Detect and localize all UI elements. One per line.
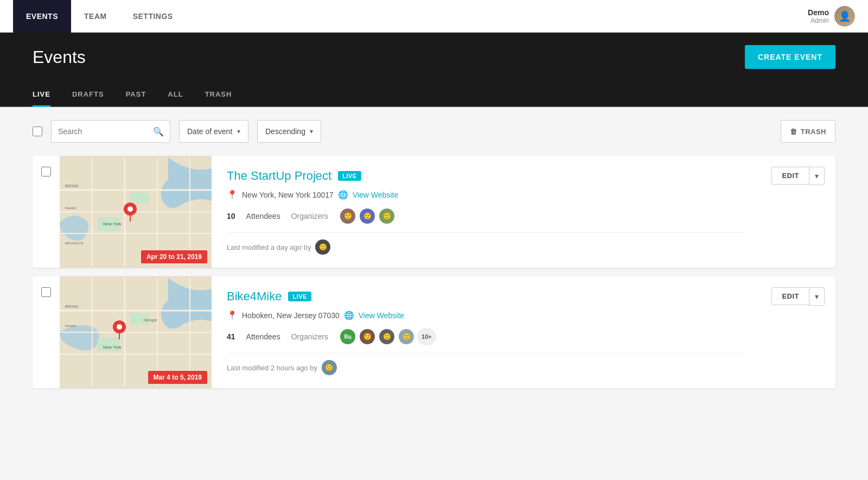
edit-button[interactable]: EDIT <box>771 287 809 305</box>
modified-text: Last modified a day ago by <box>227 243 311 251</box>
order-select[interactable]: DescendingAscending <box>265 127 305 136</box>
card-location: 📍 Hoboken, New Jersey 07030 🌐 View Websi… <box>227 310 745 320</box>
event-card: BRONX Newark New York BROOKLYN Apr 20 to… <box>33 156 835 268</box>
tab-past[interactable]: PAST <box>126 81 146 106</box>
svg-text:Newark: Newark <box>65 206 76 210</box>
tab-drafts[interactable]: DRAFTS <box>72 81 104 106</box>
event-date-badge: Mar 4 to 5, 2019 <box>148 371 207 384</box>
chevron-down-icon: ▾ <box>815 292 819 301</box>
event-map: BRONX Newark New York Hempst Mar 4 to 5,… <box>60 276 212 388</box>
card-modified: Last modified 2 hours ago by 🙂 <box>227 353 745 375</box>
hero-band: Events CREATE EVENT <box>0 33 868 81</box>
svg-text:New York: New York <box>103 345 122 350</box>
card-actions: EDIT ▾ <box>761 156 835 268</box>
user-profile: Demo Admin 👤 <box>808 6 855 27</box>
card-checkbox-wrapper <box>33 276 60 388</box>
edit-dropdown-button[interactable]: ▾ <box>809 167 825 185</box>
top-navigation: EVENTS TEAM SETTINGS Demo Admin 👤 <box>0 0 868 33</box>
svg-text:Hempst: Hempst <box>144 318 157 323</box>
nav-tab-settings[interactable]: SETTINGS <box>120 0 186 33</box>
organizer-avatars: Ru 🙂 🙂 🙂 10+ <box>339 328 436 345</box>
svg-rect-9 <box>130 193 149 204</box>
select-all-checkbox[interactable] <box>33 127 42 136</box>
view-website-link[interactable]: View Website <box>353 191 398 199</box>
svg-text:BRONX: BRONX <box>65 305 79 308</box>
modifier-avatar: 🙂 <box>322 360 337 375</box>
card-actions: EDIT ▾ <box>761 276 835 388</box>
event-date-badge: Apr 20 to 21, 2019 <box>141 250 207 263</box>
avatar[interactable]: 👤 <box>834 6 855 27</box>
card-title-row: Bike4Mike LIVE <box>227 289 745 304</box>
card-title-row: The StartUp Project LIVE <box>227 169 745 183</box>
organizer-avatar: 🙂 <box>378 207 395 225</box>
event-checkbox[interactable] <box>41 167 51 176</box>
more-organizers-badge: 10+ <box>417 328 436 345</box>
sort-select-box[interactable]: Date of eventTitleCreated date ▾ <box>179 120 248 143</box>
nav-tab-events[interactable]: EVENTS <box>13 0 71 33</box>
card-attendees: 41 Attendees Organizers Ru 🙂 🙂 🙂 10+ <box>227 328 745 345</box>
card-body: The StartUp Project LIVE 📍 New York, New… <box>212 156 761 268</box>
edit-button[interactable]: EDIT <box>771 167 809 185</box>
modified-text: Last modified 2 hours ago by <box>227 364 317 372</box>
event-list: BRONX Newark New York BROOKLYN Apr 20 to… <box>0 156 868 410</box>
event-checkbox[interactable] <box>41 287 51 297</box>
location-icon: 📍 <box>227 190 238 200</box>
create-event-button[interactable]: CREATE EVENT <box>745 45 835 69</box>
edit-dropdown-button[interactable]: ▾ <box>809 287 825 306</box>
view-website-link[interactable]: View Website <box>359 311 404 320</box>
page-title: Events <box>33 47 86 67</box>
sort-select[interactable]: Date of eventTitleCreated date <box>187 127 233 136</box>
event-tabs-bar: LIVE DRAFTS PAST ALL TRASH <box>0 81 868 107</box>
tab-all[interactable]: ALL <box>168 81 183 106</box>
tab-trash[interactable]: TRASH <box>205 81 232 106</box>
attendees-label: Attendees <box>246 212 280 220</box>
organizer-avatar: 🙂 <box>359 207 376 225</box>
card-body: Bike4Mike LIVE 📍 Hoboken, New Jersey 070… <box>212 276 761 388</box>
modifier-avatar: 🙂 <box>315 239 330 255</box>
event-title[interactable]: Bike4Mike <box>227 289 282 304</box>
toolbar: 🔍 Date of eventTitleCreated date ▾ Desce… <box>0 107 868 156</box>
organizer-avatar: 🙂 <box>339 207 356 225</box>
event-title[interactable]: The StartUp Project <box>227 169 331 183</box>
card-attendees: 10 Attendees Organizers 🙂 🙂 🙂 <box>227 207 745 225</box>
chevron-down-icon: ▾ <box>815 172 819 180</box>
order-chevron-icon: ▾ <box>310 128 313 135</box>
card-checkbox-wrapper <box>33 156 60 268</box>
live-status-badge: LIVE <box>288 292 311 301</box>
trash-label: TRASH <box>801 128 826 136</box>
attendees-label: Attendees <box>246 332 280 341</box>
svg-point-11 <box>127 206 133 212</box>
globe-icon: 🌐 <box>338 190 348 200</box>
sort-chevron-icon: ▾ <box>237 128 240 135</box>
svg-text:New York: New York <box>103 222 122 226</box>
organizer-avatar: 🙂 <box>398 328 415 345</box>
user-info: Demo Admin <box>808 8 829 24</box>
order-select-box[interactable]: DescendingAscending ▾ <box>257 120 321 143</box>
location-text: Hoboken, New Jersey 07030 <box>242 311 340 320</box>
organizer-avatars: 🙂 🙂 🙂 <box>339 207 395 225</box>
svg-text:BROOKLYN: BROOKLYN <box>65 242 83 245</box>
trash-button[interactable]: 🗑 TRASH <box>781 120 835 143</box>
tab-live[interactable]: LIVE <box>33 81 50 106</box>
organizers-label: Organizers <box>291 332 328 341</box>
globe-icon: 🌐 <box>344 311 354 320</box>
organizer-avatar: 🙂 <box>359 328 376 345</box>
nav-tab-team[interactable]: TEAM <box>71 0 120 33</box>
attendees-count: 10 <box>227 212 235 220</box>
card-location: 📍 New York, New York 10017 🌐 View Websit… <box>227 190 745 200</box>
event-map: BRONX Newark New York BROOKLYN Apr 20 to… <box>60 156 212 268</box>
search-icon[interactable]: 🔍 <box>153 127 164 137</box>
svg-text:BRONX: BRONX <box>65 184 79 188</box>
search-box: 🔍 <box>51 120 170 143</box>
organizers-label: Organizers <box>291 212 328 220</box>
location-icon: 📍 <box>227 310 238 320</box>
attendees-count: 41 <box>227 332 235 341</box>
live-status-badge: LIVE <box>338 171 361 181</box>
organizer-avatar: 🙂 <box>378 328 395 345</box>
svg-text:Newark: Newark <box>65 324 76 327</box>
svg-point-28 <box>117 324 122 330</box>
organizer-avatar: Ru <box>339 328 356 345</box>
nav-tabs: EVENTS TEAM SETTINGS <box>13 0 808 33</box>
search-input[interactable] <box>58 127 153 136</box>
user-name: Demo <box>808 8 829 17</box>
